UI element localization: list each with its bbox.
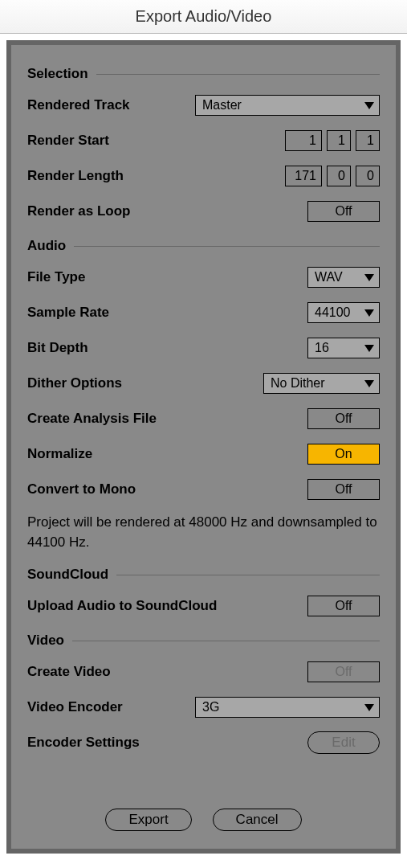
section-audio-label: Audio	[27, 238, 66, 254]
dither-dropdown[interactable]: No Dither	[263, 373, 380, 394]
divider	[72, 641, 380, 641]
chevron-down-icon	[364, 380, 374, 387]
analysis-toggle[interactable]: Off	[307, 408, 380, 429]
divider	[96, 74, 380, 75]
sample-rate-label: Sample Rate	[27, 305, 109, 321]
row-analysis: Create Analysis File Off	[27, 407, 380, 431]
mono-label: Convert to Mono	[27, 481, 136, 497]
chevron-down-icon	[364, 345, 374, 352]
render-length-group: 171 0 0	[285, 166, 380, 186]
encoder-settings-button: Edit	[307, 731, 380, 754]
section-soundcloud: SoundCloud	[27, 567, 380, 583]
row-mono: Convert to Mono Off	[27, 477, 380, 502]
dialog-buttons: Export Cancel	[11, 809, 396, 831]
render-as-loop-label: Render as Loop	[27, 203, 130, 219]
divider	[74, 246, 380, 247]
export-panel: Selection Rendered Track Master Render S…	[6, 40, 401, 854]
render-length-sixteenths[interactable]: 0	[356, 166, 380, 186]
section-video-label: Video	[27, 633, 64, 649]
section-selection-label: Selection	[27, 66, 88, 82]
row-render-as-loop: Render as Loop Off	[27, 199, 380, 223]
row-file-type: File Type WAV	[27, 265, 380, 289]
section-audio: Audio	[27, 238, 380, 254]
row-upload-soundcloud: Upload Audio to SoundCloud Off	[27, 594, 380, 618]
render-as-loop-toggle[interactable]: Off	[307, 201, 380, 222]
rendered-track-dropdown[interactable]: Master	[195, 95, 380, 116]
render-start-beats[interactable]: 1	[327, 130, 351, 151]
file-type-label: File Type	[27, 269, 85, 285]
row-encoder-settings: Encoder Settings Edit	[27, 731, 380, 755]
export-button[interactable]: Export	[105, 809, 191, 831]
row-rendered-track: Rendered Track Master	[27, 93, 380, 117]
row-dither: Dither Options No Dither	[27, 371, 380, 395]
create-video-toggle: Off	[307, 661, 380, 682]
render-note: Project will be rendered at 48000 Hz and…	[27, 513, 380, 552]
section-selection: Selection	[27, 66, 380, 82]
sample-rate-value: 44100	[315, 305, 351, 320]
bit-depth-dropdown[interactable]: 16	[307, 338, 380, 358]
chevron-down-icon	[364, 704, 374, 711]
row-bit-depth: Bit Depth 16	[27, 336, 380, 360]
row-create-video: Create Video Off	[27, 660, 380, 684]
cancel-button[interactable]: Cancel	[213, 809, 302, 831]
bit-depth-value: 16	[315, 341, 329, 355]
section-soundcloud-label: SoundCloud	[27, 567, 108, 583]
render-length-label: Render Length	[27, 168, 124, 184]
normalize-label: Normalize	[27, 446, 92, 462]
chevron-down-icon	[364, 102, 374, 109]
row-video-encoder: Video Encoder 3G	[27, 695, 380, 719]
window-titlebar: Export Audio/Video	[0, 0, 407, 34]
row-render-start: Render Start 1 1 1	[27, 129, 380, 153]
create-video-label: Create Video	[27, 664, 111, 680]
rendered-track-label: Rendered Track	[27, 97, 130, 113]
render-start-label: Render Start	[27, 133, 109, 149]
upload-soundcloud-label: Upload Audio to SoundCloud	[27, 598, 217, 614]
dither-value: No Dither	[271, 376, 325, 391]
divider	[116, 575, 380, 575]
row-sample-rate: Sample Rate 44100	[27, 301, 380, 325]
render-start-group: 1 1 1	[285, 130, 380, 151]
video-encoder-dropdown[interactable]: 3G	[195, 697, 380, 718]
render-start-bars[interactable]: 1	[285, 130, 322, 151]
section-video: Video	[27, 633, 380, 649]
rendered-track-value: Master	[202, 98, 242, 113]
chevron-down-icon	[364, 309, 374, 317]
file-type-dropdown[interactable]: WAV	[307, 267, 380, 288]
dither-label: Dither Options	[27, 375, 122, 391]
mono-toggle[interactable]: Off	[307, 479, 380, 500]
row-normalize: Normalize On	[27, 442, 380, 466]
bit-depth-label: Bit Depth	[27, 340, 88, 356]
video-encoder-value: 3G	[202, 700, 219, 714]
sample-rate-dropdown[interactable]: 44100	[307, 302, 380, 323]
window-title: Export Audio/Video	[136, 7, 272, 26]
render-length-beats[interactable]: 0	[327, 166, 351, 186]
render-length-bars[interactable]: 171	[285, 166, 322, 186]
chevron-down-icon	[364, 274, 374, 281]
analysis-label: Create Analysis File	[27, 411, 157, 427]
video-encoder-label: Video Encoder	[27, 699, 123, 715]
normalize-toggle[interactable]: On	[307, 444, 380, 465]
file-type-value: WAV	[315, 270, 343, 285]
upload-soundcloud-toggle[interactable]: Off	[307, 596, 380, 616]
render-start-sixteenths[interactable]: 1	[356, 130, 380, 151]
encoder-settings-label: Encoder Settings	[27, 735, 140, 751]
row-render-length: Render Length 171 0 0	[27, 164, 380, 188]
